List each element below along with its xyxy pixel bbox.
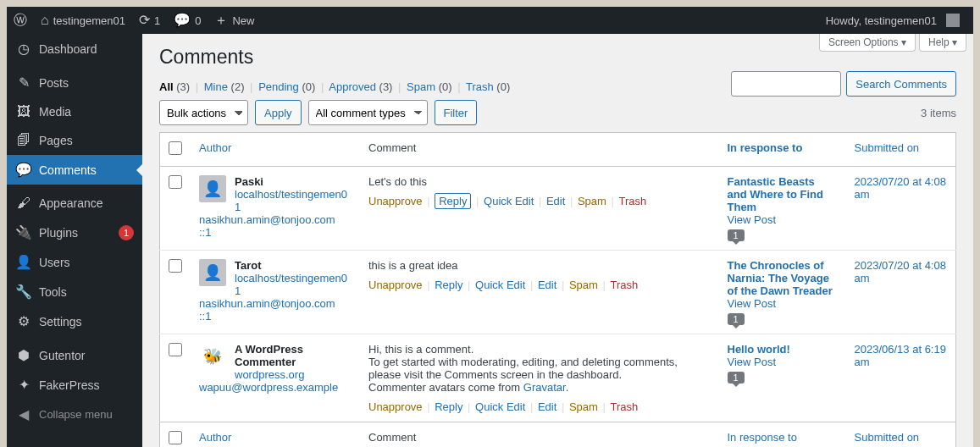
comment-count-bubble[interactable]: 1	[728, 372, 745, 384]
new-label: New	[232, 14, 254, 27]
comment-text: this is a great idea	[368, 259, 711, 272]
search-input[interactable]	[731, 71, 841, 97]
filter-button[interactable]: Filter	[435, 100, 478, 125]
sidebar-item-label: Posts	[39, 76, 69, 90]
wp-logo[interactable]: ⓦ	[7, 7, 34, 34]
author-url[interactable]: wordpress.org	[199, 368, 352, 381]
comments-link[interactable]: 💬0	[167, 7, 208, 34]
reply-action[interactable]: Reply	[435, 193, 471, 209]
response-post-link[interactable]: Hello world!	[728, 343, 790, 356]
submitted-date-link[interactable]: 2023/07/20 at 4:08 am	[855, 259, 946, 284]
spam-action[interactable]: Spam	[569, 400, 598, 413]
spam-action[interactable]: Spam	[578, 195, 606, 207]
select-comment-checkbox[interactable]	[169, 175, 182, 189]
sidebar-item-comments[interactable]: 💬Comments	[7, 155, 142, 185]
sidebar-item-dashboard[interactable]: ◷Dashboard	[7, 34, 142, 63]
submitted-date-link[interactable]: 2023/07/20 at 4:08 am	[855, 175, 946, 201]
col-response-foot[interactable]: In response to	[728, 431, 797, 444]
reply-action[interactable]: Reply	[435, 400, 462, 413]
quick-edit-action[interactable]: Quick Edit	[484, 195, 534, 207]
edit-action[interactable]: Edit	[538, 279, 556, 291]
home-icon: ⌂	[41, 14, 49, 27]
filter-approved[interactable]: Approved	[329, 80, 376, 93]
sidebar-item-plugins[interactable]: 🔌Plugins1	[7, 218, 142, 247]
sidebar-item-gutentor[interactable]: ⬢Gutentor	[7, 340, 142, 370]
response-post-link[interactable]: The Chronocles of Narnia: The Voyage of …	[728, 259, 833, 297]
comment-row: 🐝A WordPress Commenterwordpress.orgwapuu…	[160, 334, 956, 422]
search-comments-button[interactable]: Search Comments	[846, 71, 956, 97]
comment-type-select[interactable]: All comment types	[308, 100, 428, 125]
col-response[interactable]: In response to	[728, 141, 803, 154]
apply-button-top[interactable]: Apply	[255, 100, 302, 125]
comment-count-bubble[interactable]: 1	[728, 229, 745, 241]
unapprove-action[interactable]: Unapprove	[368, 279, 423, 291]
author-ip[interactable]: ::1	[199, 310, 352, 323]
view-post-link[interactable]: View Post	[728, 356, 777, 368]
quick-edit-action[interactable]: Quick Edit	[475, 400, 525, 413]
reply-action[interactable]: Reply	[435, 279, 462, 291]
sidebar-item-tools[interactable]: 🔧Tools	[7, 277, 142, 306]
filter-spam[interactable]: Spam	[407, 80, 435, 93]
comments-icon: 💬	[15, 162, 32, 178]
help-tab[interactable]: Help ▾	[919, 34, 966, 52]
update-badge: 1	[119, 225, 134, 240]
view-post-link[interactable]: View Post	[728, 297, 777, 310]
edit-action[interactable]: Edit	[546, 195, 565, 207]
col-author-foot[interactable]: Author	[199, 431, 231, 444]
screen-options-tab[interactable]: Screen Options ▾	[819, 34, 916, 52]
author-email[interactable]: wapuu@wordpress.example	[199, 381, 352, 394]
select-all-top[interactable]	[169, 141, 182, 155]
submitted-date-link[interactable]: 2023/06/13 at 6:19 am	[855, 343, 946, 368]
updates-count: 1	[154, 14, 160, 27]
row-actions: Unapprove | Reply | Quick Edit | Edit | …	[368, 195, 711, 207]
comment-text: Let's do this	[368, 175, 711, 188]
sidebar-item-pages[interactable]: 🗐Pages	[7, 126, 142, 155]
select-comment-checkbox[interactable]	[169, 259, 182, 273]
site-name-link[interactable]: ⌂testingemen01	[34, 7, 132, 34]
my-account-link[interactable]: Howdy, testingemen01	[819, 7, 966, 34]
sidebar-item-users[interactable]: 👤Users	[7, 247, 142, 277]
unapprove-action[interactable]: Unapprove	[368, 400, 423, 413]
trash-action[interactable]: Trash	[611, 279, 639, 291]
author-ip[interactable]: ::1	[199, 226, 352, 239]
unapprove-action[interactable]: Unapprove	[368, 195, 423, 207]
edit-action[interactable]: Edit	[538, 400, 556, 413]
sidebar-item-label: Appearance	[39, 196, 103, 210]
author-email[interactable]: nasikhun.amin@tonjoo.com	[199, 213, 352, 226]
col-author[interactable]: Author	[199, 141, 231, 154]
filter-trash[interactable]: Trash	[466, 80, 494, 93]
users-icon: 👤	[15, 254, 32, 270]
trash-action[interactable]: Trash	[611, 400, 639, 413]
updates-link[interactable]: ⟳1	[132, 7, 167, 34]
filter-all[interactable]: All	[159, 80, 174, 93]
response-post-link[interactable]: Fantastic Beasts and Where to Find Them	[728, 175, 823, 213]
bulk-actions-select-top[interactable]: Bulk actions	[159, 100, 248, 125]
view-post-link[interactable]: View Post	[728, 213, 777, 226]
filter-pending[interactable]: Pending	[258, 80, 299, 93]
media-icon: 🖼	[15, 104, 32, 119]
site-name: testingemen01	[53, 14, 125, 27]
spam-action[interactable]: Spam	[569, 279, 598, 291]
filter-mine[interactable]: Mine	[204, 80, 228, 93]
sidebar-item-label: Media	[39, 105, 71, 119]
col-date[interactable]: Submitted on	[855, 141, 920, 154]
comment-icon: 💬	[174, 14, 191, 27]
collapse-menu[interactable]: ◀Collapse menu	[7, 400, 142, 429]
comment-count-bubble[interactable]: 1	[728, 313, 745, 325]
col-comment-foot: Comment	[368, 431, 416, 444]
quick-edit-action[interactable]: Quick Edit	[475, 279, 525, 291]
select-all-bottom[interactable]	[169, 431, 182, 444]
author-email[interactable]: nasikhun.amin@tonjoo.com	[199, 297, 352, 310]
sidebar-item-settings[interactable]: ⚙Settings	[7, 306, 142, 336]
trash-action[interactable]: Trash	[619, 195, 647, 207]
col-date-foot[interactable]: Submitted on	[855, 431, 920, 444]
new-content-link[interactable]: ＋New	[208, 7, 261, 34]
sidebar-item-fakerpress[interactable]: ✦FakerPress	[7, 370, 142, 400]
sidebar-item-label: Dashboard	[39, 42, 97, 56]
sidebar-item-posts[interactable]: ✎Posts	[7, 68, 142, 97]
comment-row: 👤Paskilocalhost/testingemen01nasikhun.am…	[160, 167, 956, 251]
sidebar-item-media[interactable]: 🖼Media	[7, 97, 142, 126]
sidebar-item-appearance[interactable]: 🖌Appearance	[7, 189, 142, 218]
gravatar-link[interactable]: Gravatar	[523, 381, 566, 394]
select-comment-checkbox[interactable]	[169, 343, 182, 356]
